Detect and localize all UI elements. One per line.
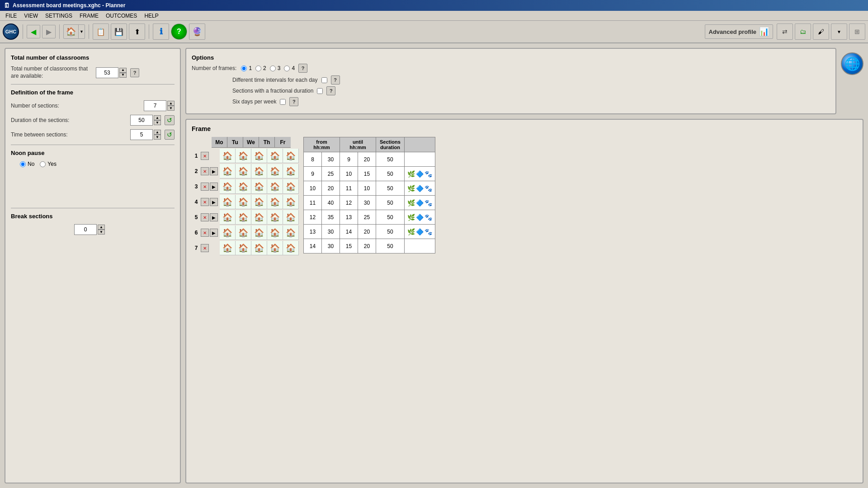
house-cell-2-th[interactable]: 🏠 xyxy=(267,164,283,178)
profile-action-btn-1[interactable]: ⇄ xyxy=(777,23,793,40)
from-h-7[interactable]: 14 xyxy=(304,239,322,253)
home-button[interactable]: 🏠 ▼ xyxy=(63,24,85,39)
save-button[interactable]: 💾 xyxy=(111,23,127,40)
house-cell-5-tu[interactable]: 🏠 xyxy=(236,210,251,225)
until-h-4[interactable]: 12 xyxy=(340,196,358,210)
house-cell-5-we[interactable]: 🏠 xyxy=(251,210,267,225)
until-h-3[interactable]: 11 xyxy=(340,181,358,196)
house-cell-6-fr[interactable]: 🏠 xyxy=(283,225,299,240)
action-icon-5c[interactable]: 🐾 xyxy=(425,214,432,221)
house-cell-1-mo[interactable]: 🏠 xyxy=(220,149,236,163)
frame-3-radio[interactable] xyxy=(270,66,276,71)
total-classrooms-down-btn[interactable]: ▼ xyxy=(119,73,127,78)
profile-dropdown-btn[interactable]: ▼ xyxy=(831,23,847,40)
house-cell-2-fr[interactable]: 🏠 xyxy=(283,164,299,178)
house-cell-2-we[interactable]: 🏠 xyxy=(251,164,267,178)
duration-4[interactable]: 50 xyxy=(376,196,405,210)
duration-5[interactable]: 50 xyxy=(376,210,405,225)
row-delete-btn-3[interactable]: ✕ xyxy=(201,183,209,191)
house-cell-1-fr[interactable]: 🏠 xyxy=(283,149,299,163)
action-icon-6b[interactable]: 🔷 xyxy=(416,228,424,235)
until-m-3[interactable]: 10 xyxy=(358,181,376,196)
profile-action-btn-3[interactable]: 🖌 xyxy=(813,23,829,40)
until-h-5[interactable]: 13 xyxy=(340,210,358,225)
row-arrow-btn-5[interactable]: ▶ xyxy=(210,213,218,221)
frame-2-label[interactable]: 2 xyxy=(255,65,266,71)
house-cell-3-we[interactable]: 🏠 xyxy=(251,179,267,194)
sections-input[interactable] xyxy=(144,100,166,111)
time-between-up-btn[interactable]: ▲ xyxy=(154,130,161,135)
noon-pause-no-radio[interactable] xyxy=(20,161,26,167)
house-cell-5-fr[interactable]: 🏠 xyxy=(283,210,299,225)
from-h-1[interactable]: 8 xyxy=(304,152,322,167)
break-sections-input[interactable] xyxy=(74,224,97,235)
break-sections-down-btn[interactable]: ▼ xyxy=(98,230,105,235)
house-cell-4-mo[interactable]: 🏠 xyxy=(220,195,236,209)
menu-frame[interactable]: FRAME xyxy=(76,12,102,20)
house-cell-3-mo[interactable]: 🏠 xyxy=(220,179,236,194)
ghc-logo-btn[interactable]: GHC xyxy=(3,23,19,40)
duration-up-btn[interactable]: ▲ xyxy=(154,115,161,120)
menu-outcomes[interactable]: OUTCOMES xyxy=(102,12,141,20)
help-button[interactable]: ? xyxy=(171,23,187,40)
frac-duration-help-btn[interactable]: ? xyxy=(326,86,335,95)
row-delete-btn-2[interactable]: ✕ xyxy=(201,167,209,175)
until-m-7[interactable]: 20 xyxy=(358,239,376,253)
menu-help[interactable]: HELP xyxy=(141,12,162,20)
action-icon-3c[interactable]: 🐾 xyxy=(425,185,432,192)
house-cell-1-tu[interactable]: 🏠 xyxy=(236,149,251,163)
until-h-2[interactable]: 10 xyxy=(340,167,358,181)
house-cell-4-th[interactable]: 🏠 xyxy=(267,195,283,209)
six-days-help-btn[interactable]: ? xyxy=(289,97,298,106)
time-between-reset-btn[interactable]: ↺ xyxy=(165,130,175,140)
row-delete-btn-5[interactable]: ✕ xyxy=(201,213,209,221)
action-icon-6a[interactable]: 🌿 xyxy=(407,228,415,235)
row-delete-btn-1[interactable]: ✕ xyxy=(201,152,209,160)
diff-time-help-btn[interactable]: ? xyxy=(331,75,340,84)
house-cell-6-mo[interactable]: 🏠 xyxy=(220,225,236,240)
house-cell-4-fr[interactable]: 🏠 xyxy=(283,195,299,209)
sections-up-btn[interactable]: ▲ xyxy=(167,101,175,106)
action-icon-5b[interactable]: 🔷 xyxy=(416,214,424,221)
house-cell-3-th[interactable]: 🏠 xyxy=(267,179,283,194)
from-m-7[interactable]: 30 xyxy=(322,239,340,253)
house-cell-6-we[interactable]: 🏠 xyxy=(251,225,267,240)
six-days-checkbox[interactable] xyxy=(280,99,286,105)
frame-1-label[interactable]: 1 xyxy=(241,65,252,71)
action-icon-3b[interactable]: 🔷 xyxy=(416,185,424,192)
action-icon-2c[interactable]: 🐾 xyxy=(425,170,432,178)
frame-3-label[interactable]: 3 xyxy=(270,65,281,71)
duration-1[interactable]: 50 xyxy=(376,152,405,167)
house-cell-7-mo[interactable]: 🏠 xyxy=(220,241,236,255)
profile-extra-btn[interactable]: ⊞ xyxy=(849,23,865,40)
noon-pause-yes-radio[interactable] xyxy=(40,161,46,167)
duration-down-btn[interactable]: ▼ xyxy=(154,120,161,125)
house-cell-6-tu[interactable]: 🏠 xyxy=(236,225,251,240)
duration-7[interactable]: 50 xyxy=(376,239,405,253)
frame-4-radio[interactable] xyxy=(284,66,290,71)
action-icon-3a[interactable]: 🌿 xyxy=(407,185,415,192)
until-m-4[interactable]: 30 xyxy=(358,196,376,210)
house-cell-1-th[interactable]: 🏠 xyxy=(267,149,283,163)
row-arrow-btn-4[interactable]: ▶ xyxy=(210,198,218,206)
house-cell-5-mo[interactable]: 🏠 xyxy=(220,210,236,225)
info-button[interactable]: ℹ xyxy=(153,23,169,40)
house-cell-6-th[interactable]: 🏠 xyxy=(267,225,283,240)
house-cell-7-fr[interactable]: 🏠 xyxy=(283,241,299,255)
row-delete-btn-7[interactable]: ✕ xyxy=(201,244,209,252)
house-cell-7-th[interactable]: 🏠 xyxy=(267,241,283,255)
from-m-4[interactable]: 40 xyxy=(322,196,340,210)
action-icon-4a[interactable]: 🌿 xyxy=(407,199,415,206)
duration-2[interactable]: 50 xyxy=(376,167,405,181)
from-h-4[interactable]: 11 xyxy=(304,196,322,210)
from-h-2[interactable]: 9 xyxy=(304,167,322,181)
until-h-1[interactable]: 9 xyxy=(340,152,358,167)
duration-6[interactable]: 50 xyxy=(376,225,405,239)
house-cell-2-mo[interactable]: 🏠 xyxy=(220,164,236,178)
time-between-down-btn[interactable]: ▼ xyxy=(154,135,161,140)
from-h-3[interactable]: 10 xyxy=(304,181,322,196)
house-cell-2-tu[interactable]: 🏠 xyxy=(236,164,251,178)
until-h-7[interactable]: 15 xyxy=(340,239,358,253)
frame-4-label[interactable]: 4 xyxy=(284,65,295,71)
frame-1-radio[interactable] xyxy=(241,66,247,71)
